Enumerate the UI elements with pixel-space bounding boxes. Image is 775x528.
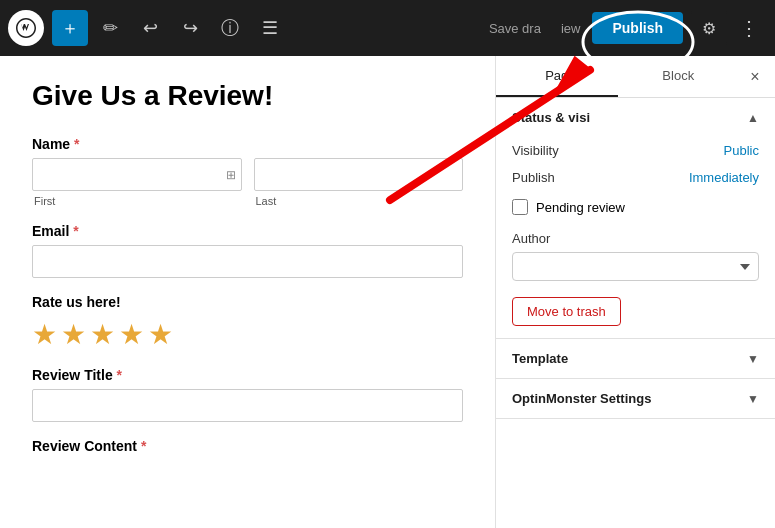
first-name-wrap: ⊞ [32,158,242,191]
first-name-input[interactable] [32,158,242,191]
sidebar-tabs: Pag Block × [496,56,775,98]
publish-value[interactable]: Immediately [689,170,759,185]
tab-page[interactable]: Pag [496,56,618,97]
publish-row: Publish Immediately [496,164,775,191]
tools-button[interactable]: ✏ [92,10,128,46]
more-options-button[interactable]: ⋮ [731,10,767,46]
chevron-down-icon: ▼ [747,352,759,366]
review-title-group: Review Title * [32,367,463,422]
page-title: Give Us a Review! [32,80,463,112]
rate-field-group: Rate us here! ★ ★ ★ ★ ★ [32,294,463,351]
list-icon: ☰ [262,17,278,39]
email-input[interactable] [32,245,463,278]
name-required: * [74,136,79,152]
review-title-label: Review Title * [32,367,463,383]
star-rating[interactable]: ★ ★ ★ ★ ★ [32,318,463,351]
pencil-icon: ✏ [103,17,118,39]
settings-button[interactable]: ⚙ [691,10,727,46]
input-icon: ⊞ [226,168,236,182]
review-content-required: * [141,438,146,454]
close-icon: × [750,68,759,86]
info-icon: ⓘ [221,16,239,40]
optinmonster-section: OptinMonster Settings ▼ [496,379,775,419]
name-inputs-row: ⊞ [32,158,463,191]
status-section-title: Status & visi [512,110,590,125]
email-field-group: Email * [32,223,463,278]
info-button[interactable]: ⓘ [212,10,248,46]
optinmonster-title: OptinMonster Settings [512,391,651,406]
pending-review-checkbox[interactable] [512,199,528,215]
visibility-value[interactable]: Public [724,143,759,158]
status-visibility-section: Status & visi ▲ Visibility Public Publis… [496,98,775,339]
review-content-group: Review Content * [32,438,463,454]
list-view-button[interactable]: ☰ [252,10,288,46]
pending-review-label: Pending review [536,200,625,215]
ellipsis-icon: ⋮ [739,16,759,40]
main-toolbar: ＋ ✏ ↩ ↪ ⓘ ☰ Save dra iew Publish ⚙ ⋮ [0,0,775,56]
redo-icon: ↪ [183,17,198,39]
publish-button[interactable]: Publish [592,12,683,44]
chevron-down-icon-2: ▼ [747,392,759,406]
publish-label: Publish [512,170,555,185]
chevron-up-icon: ▲ [747,111,759,125]
review-title-required: * [117,367,122,383]
star-5[interactable]: ★ [148,318,173,351]
email-label: Email * [32,223,463,239]
rate-label: Rate us here! [32,294,463,310]
sidebar: Pag Block × Status & visi ▲ Visibility P… [495,56,775,528]
visibility-row: Visibility Public [496,137,775,164]
template-section-header[interactable]: Template ▼ [496,339,775,378]
visibility-label: Visibility [512,143,559,158]
author-section: Author [496,223,775,293]
redo-button[interactable]: ↪ [172,10,208,46]
preview-button[interactable]: iew [553,15,589,42]
last-name-input[interactable] [254,158,464,191]
star-4[interactable]: ★ [119,318,144,351]
star-2[interactable]: ★ [61,318,86,351]
email-required: * [73,223,78,239]
plus-icon: ＋ [61,16,79,40]
review-content-label: Review Content * [32,438,463,454]
undo-button[interactable]: ↩ [132,10,168,46]
star-1[interactable]: ★ [32,318,57,351]
author-label: Author [512,231,759,246]
star-3[interactable]: ★ [90,318,115,351]
pending-review-row: Pending review [496,191,775,223]
review-title-input[interactable] [32,389,463,422]
gear-icon: ⚙ [702,19,716,38]
name-sublabels: First Last [32,195,463,207]
template-title: Template [512,351,568,366]
sidebar-close-button[interactable]: × [739,61,771,93]
main-area: Give Us a Review! Name * ⊞ First Last [0,56,775,528]
tab-block[interactable]: Block [618,56,740,97]
wp-logo[interactable] [8,10,44,46]
optinmonster-section-header[interactable]: OptinMonster Settings ▼ [496,379,775,418]
add-block-button[interactable]: ＋ [52,10,88,46]
last-name-wrap [254,158,464,191]
template-section: Template ▼ [496,339,775,379]
name-field-group: Name * ⊞ First Last [32,136,463,207]
save-draft-button[interactable]: Save dra [481,15,549,42]
name-label: Name * [32,136,463,152]
author-select[interactable] [512,252,759,281]
content-area: Give Us a Review! Name * ⊞ First Last [0,56,495,528]
undo-icon: ↩ [143,17,158,39]
move-to-trash-button[interactable]: Move to trash [512,297,621,326]
status-section-header[interactable]: Status & visi ▲ [496,98,775,137]
